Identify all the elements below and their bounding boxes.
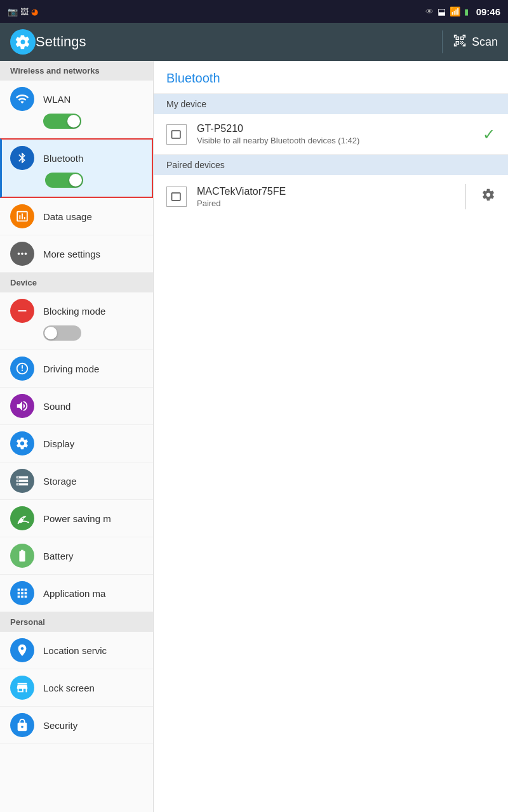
driving-mode-icon <box>10 357 34 381</box>
blocking-mode-label: Blocking mode <box>43 306 105 317</box>
lock-screen-icon <box>10 676 34 700</box>
application-manager-label: Application ma <box>43 588 105 599</box>
image-icon: 🖼 <box>20 7 29 16</box>
battery-icon <box>10 544 34 568</box>
scan-button[interactable]: Scan <box>453 34 498 51</box>
section-wireless: Wireless and networks <box>0 61 153 81</box>
sidebar-item-power-saving[interactable]: Power saving m <box>0 500 153 537</box>
display-label: Display <box>43 438 74 449</box>
section-device: Device <box>0 273 153 292</box>
paired-device-item[interactable]: MACTekViator75FE Paired <box>154 175 508 218</box>
sidebar-item-driving-mode[interactable]: Driving mode <box>0 350 153 388</box>
sidebar-item-blocking-mode[interactable]: Blocking mode <box>0 292 153 350</box>
screenshot-icon: 📷 <box>8 7 18 16</box>
paired-device-name: MACTekViator75FE <box>197 186 450 197</box>
status-right-icons: 👁 ⬓ 📶 ▮ 09:46 <box>425 6 500 17</box>
status-left-icons: 📷 🖼 ◕ <box>8 7 38 16</box>
power-saving-icon <box>10 506 34 530</box>
section-personal: Personal <box>0 612 153 632</box>
sound-label: Sound <box>43 401 70 412</box>
paired-devices-section-header: Paired devices <box>154 155 508 175</box>
bluetooth-label: Bluetooth <box>43 153 83 164</box>
paired-device-settings-button[interactable] <box>481 188 495 206</box>
security-label: Security <box>43 720 77 731</box>
power-saving-label: Power saving m <box>43 513 111 524</box>
action-bar: Settings Scan <box>0 23 508 61</box>
action-bar-title: Settings <box>36 34 442 50</box>
scan-label: Scan <box>472 36 498 49</box>
paired-device-info: MACTekViator75FE Paired <box>197 186 450 208</box>
lock-screen-label: Lock screen <box>43 683 95 693</box>
more-settings-icon <box>10 242 34 266</box>
my-device-check: ✓ <box>483 126 495 143</box>
sidebar-item-application-manager[interactable]: Application ma <box>0 575 153 612</box>
location-services-icon <box>10 638 34 662</box>
sidebar-item-display[interactable]: Display <box>0 425 153 462</box>
sidebar-item-bluetooth[interactable]: Bluetooth <box>0 138 153 198</box>
paired-device-subtitle: Paired <box>197 199 450 208</box>
battery-label: Battery <box>43 551 74 561</box>
bluetooth-status-icon: ⬓ <box>438 6 446 16</box>
my-device-name: GT-P5210 <box>197 123 472 134</box>
my-device-icon <box>166 124 187 145</box>
eye-icon: 👁 <box>425 7 434 16</box>
sidebar-item-security[interactable]: Security <box>0 707 153 744</box>
driving-mode-label: Driving mode <box>43 363 99 374</box>
application-manager-icon <box>10 581 34 605</box>
data-usage-icon <box>10 204 34 228</box>
my-device-section-header: My device <box>154 94 508 114</box>
settings-app-icon <box>10 29 36 55</box>
sidebar-item-sound[interactable]: Sound <box>0 388 153 425</box>
security-icon <box>10 713 34 737</box>
content-title: Bluetooth <box>154 61 508 94</box>
storage-icon <box>10 469 34 493</box>
sidebar-item-lock-screen[interactable]: Lock screen <box>0 669 153 707</box>
status-bar: 📷 🖼 ◕ 👁 ⬓ 📶 ▮ 09:46 <box>0 0 508 23</box>
storage-label: Storage <box>43 476 77 487</box>
paired-device-icon <box>166 187 187 207</box>
display-icon <box>10 431 34 455</box>
blocking-mode-icon <box>10 299 34 323</box>
sidebar-item-more-settings[interactable]: More settings <box>0 235 153 273</box>
action-bar-right: Scan <box>442 30 498 53</box>
main-layout: Wireless and networks WLAN <box>0 61 508 812</box>
status-time: 09:46 <box>476 6 500 17</box>
sidebar: Wireless and networks WLAN <box>0 61 154 812</box>
extra-icon: ◕ <box>31 7 38 16</box>
more-settings-label: More settings <box>43 249 100 259</box>
data-usage-label: Data usage <box>43 211 92 222</box>
scan-divider <box>442 30 443 53</box>
bluetooth-toggle[interactable] <box>45 173 83 188</box>
sidebar-item-location-services[interactable]: Location servic <box>0 632 153 669</box>
wifi-status-icon: 📶 <box>450 6 460 16</box>
my-device-subtitle: Visible to all nearby Bluetooth devices … <box>197 136 472 145</box>
sidebar-item-storage[interactable]: Storage <box>0 462 153 500</box>
sidebar-item-wlan[interactable]: WLAN <box>0 81 153 138</box>
wlan-icon <box>10 87 34 111</box>
content-area: Bluetooth My device GT-P5210 Visible to … <box>154 61 508 812</box>
sidebar-item-battery[interactable]: Battery <box>0 537 153 575</box>
my-device-info: GT-P5210 Visible to all nearby Bluetooth… <box>197 123 472 145</box>
paired-separator <box>465 184 466 209</box>
scan-icon <box>453 34 467 51</box>
wlan-toggle[interactable] <box>43 114 81 129</box>
sidebar-item-data-usage[interactable]: Data usage <box>0 198 153 235</box>
sound-icon <box>10 394 34 418</box>
wlan-label: WLAN <box>43 94 70 105</box>
blocking-mode-toggle[interactable] <box>43 325 81 341</box>
bluetooth-icon <box>10 146 34 170</box>
battery-status-icon: ▮ <box>464 7 469 16</box>
location-services-label: Location servic <box>43 645 107 656</box>
my-device-item[interactable]: GT-P5210 Visible to all nearby Bluetooth… <box>154 114 508 155</box>
